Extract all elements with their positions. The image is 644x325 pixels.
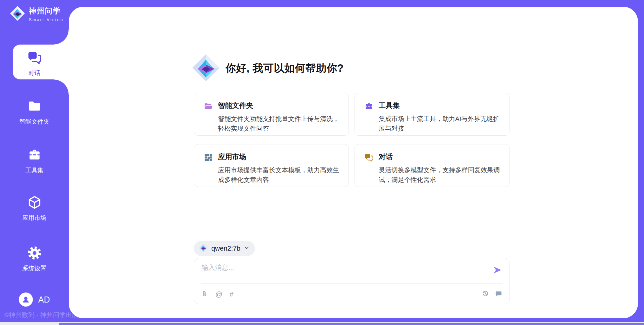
model-name: qwen2:7b	[211, 245, 240, 252]
brand-diamond-icon	[191, 53, 221, 84]
card-title: 应用市场	[218, 152, 340, 161]
send-icon	[492, 265, 502, 275]
card-app-market[interactable]: 应用市场 应用市场提供丰富长文本模板，助力高效生成多样化文章内容	[194, 144, 349, 187]
sidebar-item-settings[interactable]: 系统设置	[0, 246, 69, 272]
message-input[interactable]	[202, 263, 480, 282]
hash-icon[interactable]: #	[229, 290, 233, 298]
brand-logo[interactable]: 神州问学 Smart Vision	[9, 5, 64, 23]
chat-bubbles-icon	[27, 50, 42, 66]
brand-diamond-icon	[199, 243, 208, 254]
sidebar-item-label: 系统设置	[22, 264, 47, 272]
mention-icon[interactable]: @	[215, 290, 222, 298]
card-description: 集成市场上主流工具，助力AI与外界无缝扩展与对接	[379, 114, 500, 133]
greeting-row: 你好, 我可以如何帮助你?	[191, 53, 344, 84]
card-title: 对话	[379, 152, 500, 161]
chevron-down-icon	[244, 245, 250, 252]
card-chat[interactable]: 对话 灵活切换多模型文件，支持多样回复效果调试，满足个性化需求	[355, 144, 509, 187]
card-description: 灵活切换多模型文件，支持多样回复效果调试，满足个性化需求	[379, 165, 500, 185]
scrollbar-thumb[interactable]	[59, 323, 644, 325]
tab-curve-top	[54, 29, 69, 45]
copyright-text: ©神州数码 · 神州问学出品	[4, 311, 78, 319]
feature-cards: 智能文件夹 智能文件夹功能支持批量文件上传与清洗，轻松实现文件问答 工具集 集成…	[194, 93, 509, 187]
sidebar-item-label: 工具集	[25, 166, 44, 174]
brand-name: 神州问学	[29, 6, 64, 16]
grid-icon	[204, 152, 213, 187]
avatar	[19, 292, 33, 307]
composer-toolbar: @ #	[201, 283, 502, 304]
cube-icon	[27, 195, 42, 211]
sidebar-item-app-market[interactable]: 应用市场	[0, 195, 69, 222]
send-button[interactable]	[492, 265, 502, 275]
greeting-title: 你好, 我可以如何帮助你?	[225, 61, 344, 75]
toolbox-icon	[27, 147, 42, 164]
tab-curve-bottom	[54, 79, 69, 94]
history-icon[interactable]	[482, 290, 489, 298]
sidebar-item-label: 智能文件夹	[19, 118, 50, 126]
sidebar-item-chat[interactable]: 对话	[0, 50, 69, 77]
folder-open-icon	[204, 101, 213, 135]
sidebar-item-smart-folder[interactable]: 智能文件夹	[0, 99, 69, 126]
sidebar: 神州问学 Smart Vision 对话 智能文件夹	[0, 0, 69, 325]
attachment-icon[interactable]	[201, 290, 208, 298]
sidebar-item-label: 应用市场	[22, 214, 47, 222]
user-profile[interactable]: AD	[19, 292, 50, 307]
card-smart-folder[interactable]: 智能文件夹 智能文件夹功能支持批量文件上传与清洗，轻松实现文件问答	[194, 93, 349, 136]
model-selector[interactable]: qwen2:7b	[194, 241, 255, 256]
main-panel: 你好, 我可以如何帮助你? 智能文件夹 智能文件夹功能支持批量文件上传与清洗，轻…	[69, 7, 638, 318]
card-title: 智能文件夹	[218, 101, 340, 110]
card-toolset[interactable]: 工具集 集成市场上主流工具，助力AI与外界无缝扩展与对接	[355, 93, 509, 136]
sidebar-item-toolset[interactable]: 工具集	[0, 147, 69, 174]
card-title: 工具集	[379, 101, 500, 110]
chat-bubbles-icon	[364, 152, 374, 187]
feedback-bubble-icon[interactable]	[495, 290, 502, 298]
gear-icon	[27, 246, 42, 262]
message-composer: @ #	[194, 258, 509, 304]
horizontal-scrollbar	[0, 322, 644, 325]
card-description: 智能文件夹功能支持批量文件上传与清洗，轻松实现文件问答	[218, 114, 340, 133]
brand-subtitle: Smart Vision	[29, 17, 64, 22]
folder-icon	[27, 99, 42, 115]
toolbox-icon	[364, 101, 374, 135]
card-description: 应用市场提供丰富长文本模板，助力高效生成多样化文章内容	[218, 165, 340, 185]
brand-diamond-icon	[9, 5, 25, 23]
sidebar-item-label: 对话	[29, 69, 41, 77]
user-name: AD	[38, 295, 50, 305]
